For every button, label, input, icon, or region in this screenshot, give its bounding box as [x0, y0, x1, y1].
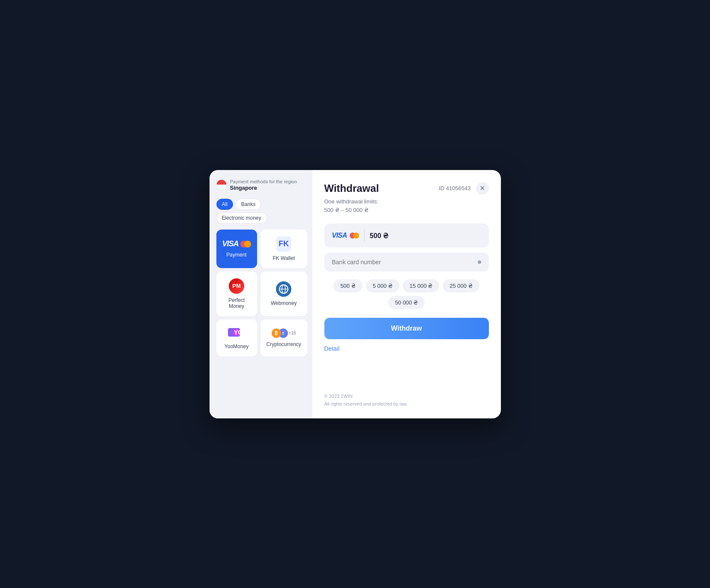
close-button[interactable]: ✕ [476, 182, 489, 195]
filter-tab-all[interactable]: All [216, 199, 233, 210]
payment-method-visa[interactable]: VISA Payment [216, 230, 257, 268]
quick-amount-25000[interactable]: 25 000 ₴ [443, 279, 479, 293]
card-number-row[interactable] [324, 253, 489, 272]
filter-tabs: All Banks Electronic money [216, 199, 306, 224]
svg-rect-0 [217, 180, 226, 185]
bitcoin-icon: ₿ [272, 328, 281, 338]
payment-method-pm[interactable]: PM Perfect Money [216, 272, 257, 316]
region-header: Payment methods for the region Singapore [216, 179, 306, 193]
withdrawal-title: Withdrawal [324, 182, 379, 194]
visa-payment-label: Payment [226, 252, 246, 258]
mastercard-inline-icon [350, 233, 359, 239]
footer-line1: © 2023 1WIN [324, 393, 489, 400]
svg-rect-1 [217, 185, 226, 189]
mastercard-icon [240, 241, 251, 248]
limits-line1: One withdrawal limits: [324, 198, 378, 205]
vertical-divider [364, 230, 365, 242]
withdrawal-panel: Withdrawal ID 41056543 ✕ One withdrawal … [312, 170, 501, 418]
cryptocurrency-label: Cryptocurrency [267, 341, 301, 347]
region-name: Singapore [230, 185, 297, 191]
svg-text:YO: YO [234, 329, 243, 336]
payment-method-grid: VISA Payment FK FK Wallet PM Perfect Mo [216, 230, 306, 356]
header-right: ID 41056543 ✕ [439, 182, 488, 195]
card-number-input[interactable] [332, 259, 478, 266]
footer-line2: All rights reserved and protected by law… [324, 400, 489, 408]
region-label: Payment methods for the region [230, 179, 297, 185]
quick-amount-15000[interactable]: 15 000 ₴ [403, 279, 439, 293]
payment-method-yoo[interactable]: YO YooMoney [216, 319, 257, 356]
visa-inline-logo: VISA [332, 232, 359, 239]
footer: © 2023 1WIN All rights reserved and prot… [324, 393, 489, 408]
withdrawal-modal: Payment methods for the region Singapore… [210, 170, 501, 418]
limits-text: One withdrawal limits: 500 ₴ – 50 000 ₴ [324, 197, 489, 215]
withdraw-button[interactable]: Withdraw [324, 318, 489, 339]
fk-wallet-icon: FK [276, 236, 291, 252]
perfect-money-icon: PM [229, 278, 244, 294]
withdrawal-header: Withdrawal ID 41056543 ✕ [324, 182, 489, 195]
singapore-flag-icon [216, 179, 227, 190]
payment-method-fk[interactable]: FK FK Wallet [261, 230, 307, 268]
webmoney-icon [276, 281, 291, 297]
amount-value: 500 ₴ [370, 232, 388, 240]
quick-amount-5000[interactable]: 5 000 ₴ [366, 279, 399, 293]
quick-amount-buttons: 500 ₴ 5 000 ₴ 15 000 ₴ 25 000 ₴ 50 000 ₴ [324, 279, 489, 309]
region-text: Payment methods for the region Singapore [230, 179, 297, 191]
cryptocurrency-icon: ₿ Ξ +16 [272, 328, 296, 338]
yoo-money-label: YooMoney [225, 343, 249, 349]
transaction-id: ID 41056543 [439, 185, 470, 191]
payment-method-crypto[interactable]: ₿ Ξ +16 Cryptocurrency [261, 319, 307, 356]
webmoney-label: Webmoney [271, 300, 297, 306]
quick-amount-50000[interactable]: 50 000 ₴ [388, 296, 425, 309]
quick-amount-500[interactable]: 500 ₴ [333, 279, 362, 293]
visa-inline-text: VISA [332, 232, 347, 239]
fk-wallet-label: FK Wallet [273, 255, 295, 261]
perfect-money-label: Perfect Money [222, 297, 251, 309]
amount-display-row: VISA 500 ₴ [324, 224, 489, 248]
input-dot-indicator [478, 260, 481, 264]
filter-tab-electronic[interactable]: Electronic money [216, 212, 267, 224]
filter-tab-banks[interactable]: Banks [236, 199, 261, 210]
visa-text: VISA [222, 239, 239, 248]
crypto-plus-badge: +16 [289, 331, 296, 335]
visa-mastercard-logo: VISA [222, 239, 251, 248]
payment-methods-panel: Payment methods for the region Singapore… [210, 170, 312, 418]
yoo-money-icon: YO [228, 326, 245, 340]
payment-method-webmoney[interactable]: Webmoney [261, 272, 307, 316]
limits-line2: 500 ₴ – 50 000 ₴ [324, 207, 368, 213]
detail-link[interactable]: Detail [324, 345, 489, 352]
